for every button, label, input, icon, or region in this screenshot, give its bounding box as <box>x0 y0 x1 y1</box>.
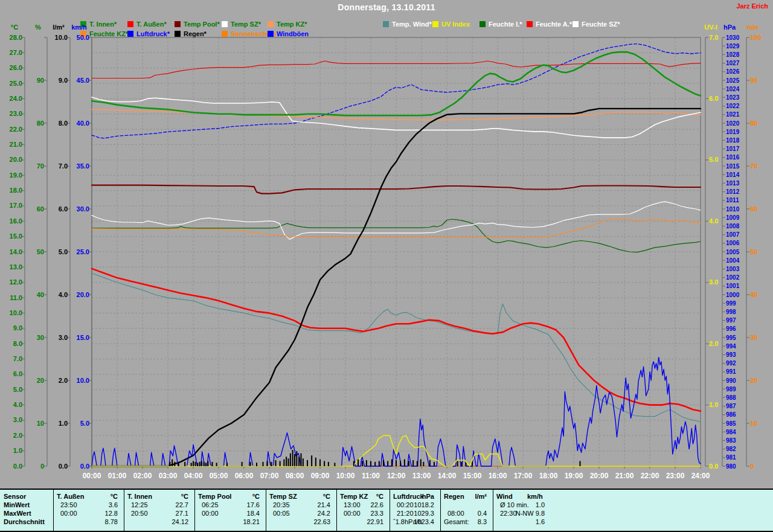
svg-text:7.0: 7.0 <box>709 34 718 41</box>
svg-text:3.0: 3.0 <box>13 416 22 423</box>
svg-text:01:00: 01:00 <box>108 472 127 480</box>
grid-lines <box>92 37 701 466</box>
svg-text:10.0: 10.0 <box>55 34 68 41</box>
cell-min-value-wind: 1.0 <box>493 501 545 508</box>
svg-text:1017: 1017 <box>726 146 740 152</box>
svg-text:14.0: 14.0 <box>10 248 22 255</box>
svg-text:1006: 1006 <box>726 240 740 246</box>
svg-text:10:00: 10:00 <box>336 472 355 480</box>
svg-text:1020: 1020 <box>726 120 740 127</box>
svg-text:80: 80 <box>37 120 44 127</box>
svg-text:990: 990 <box>726 377 736 384</box>
cell-max-value-temp-kz: 23.3 <box>336 510 383 517</box>
svg-text:15.0: 15.0 <box>77 334 89 341</box>
svg-text:17:00: 17:00 <box>514 472 533 480</box>
svg-text:1.0: 1.0 <box>59 420 68 427</box>
table-row-label-durchschnitt: Durchschnitt <box>4 518 45 525</box>
svg-text:20:00: 20:00 <box>590 472 609 480</box>
svg-text:10.0: 10.0 <box>10 309 22 316</box>
cell-max-value-t-innen: 27.1 <box>124 510 188 517</box>
svg-text:985: 985 <box>726 420 736 427</box>
axis-uv-i: 0.01.02.03.04.05.06.07.0 <box>705 34 718 470</box>
svg-text:10: 10 <box>750 420 757 427</box>
svg-text:0.0: 0.0 <box>59 463 68 470</box>
svg-text:26.0: 26.0 <box>10 64 22 71</box>
svg-text:0.0: 0.0 <box>80 463 89 470</box>
svg-text:1016: 1016 <box>726 154 740 161</box>
cell-max-value-t-au-en: 12.8 <box>53 510 118 517</box>
svg-text:21:00: 21:00 <box>615 472 634 480</box>
svg-text:1001: 1001 <box>726 283 740 289</box>
axis-km-h: 0.05.010.015.020.025.030.035.040.045.050… <box>77 34 92 470</box>
svg-text:1030: 1030 <box>726 34 740 41</box>
svg-text:1007: 1007 <box>726 231 740 238</box>
table-row-label-minwert: MinWert <box>4 501 30 508</box>
svg-text:1008: 1008 <box>726 223 740 229</box>
svg-text:2.0: 2.0 <box>59 377 68 384</box>
svg-text:4.0: 4.0 <box>59 291 68 298</box>
svg-text:10.0: 10.0 <box>77 377 89 384</box>
cell-avg-value-temp-sz: 22.63 <box>266 518 330 525</box>
axis-: 0102030405060708090 <box>37 37 47 470</box>
cell-max-value-temp-pool: 18.4 <box>194 510 260 517</box>
svg-text:0.0: 0.0 <box>13 463 22 470</box>
svg-text:997: 997 <box>726 317 736 324</box>
svg-text:50: 50 <box>750 248 757 255</box>
axis-l-m: 0.01.02.03.04.05.06.07.08.09.010.0 <box>55 34 70 470</box>
svg-text:15.0: 15.0 <box>10 232 22 240</box>
svg-text:992: 992 <box>726 360 736 367</box>
svg-text:17.0: 17.0 <box>10 202 22 209</box>
svg-text:08:00: 08:00 <box>286 472 304 480</box>
series-feuchte-a <box>92 61 701 79</box>
svg-text:993: 993 <box>726 351 736 358</box>
svg-text:30.0: 30.0 <box>77 205 89 213</box>
svg-text:7.0: 7.0 <box>59 162 68 170</box>
weather-chart: 0.01.02.03.04.05.06.07.08.09.010.011.012… <box>0 0 773 487</box>
svg-text:16:00: 16:00 <box>489 472 507 480</box>
svg-text:6.0: 6.0 <box>59 205 68 213</box>
cell-avg-value-wind: 1.6 <box>493 518 545 525</box>
svg-text:12:00: 12:00 <box>387 472 406 480</box>
svg-text:983: 983 <box>726 437 736 444</box>
svg-text:1028: 1028 <box>726 51 740 58</box>
svg-text:13:00: 13:00 <box>412 472 431 480</box>
svg-text:1024: 1024 <box>726 86 740 92</box>
svg-text:09:00: 09:00 <box>311 472 330 480</box>
svg-text:40: 40 <box>37 291 44 298</box>
cell-max-value-temp-sz: 24.2 <box>266 510 330 517</box>
svg-text:25.0: 25.0 <box>10 80 22 87</box>
svg-text:986: 986 <box>726 411 736 418</box>
svg-text:1013: 1013 <box>726 180 740 187</box>
svg-text:1014: 1014 <box>726 171 740 178</box>
cell-avg-value-t-innen: 24.12 <box>124 518 188 525</box>
cell-avg-value-luftdruck: 1023.4 <box>390 518 434 525</box>
svg-text:24:00: 24:00 <box>691 472 710 480</box>
table-row-label-maxwert: MaxWert <box>4 510 31 517</box>
svg-text:50: 50 <box>37 248 44 255</box>
svg-text:1029: 1029 <box>726 43 740 50</box>
svg-text:994: 994 <box>726 343 736 350</box>
svg-text:6.0: 6.0 <box>13 370 22 377</box>
svg-text:90: 90 <box>750 77 757 84</box>
svg-text:60: 60 <box>37 205 44 213</box>
svg-text:70: 70 <box>37 162 44 170</box>
svg-text:8.0: 8.0 <box>59 120 68 127</box>
svg-text:11.0: 11.0 <box>10 294 22 301</box>
svg-text:28.0: 28.0 <box>10 34 22 41</box>
cell-max-value-wind: N-NW 9.8 <box>493 510 545 517</box>
svg-text:0: 0 <box>40 463 44 470</box>
svg-text:9.0: 9.0 <box>13 324 22 332</box>
svg-text:100: 100 <box>750 34 761 41</box>
svg-text:1004: 1004 <box>726 257 740 264</box>
svg-text:1.0: 1.0 <box>13 447 22 454</box>
svg-text:1019: 1019 <box>726 129 740 135</box>
svg-text:05:00: 05:00 <box>210 472 228 480</box>
svg-text:989: 989 <box>726 386 736 393</box>
svg-text:20: 20 <box>37 377 44 384</box>
svg-text:2.0: 2.0 <box>709 340 718 347</box>
svg-text:1010: 1010 <box>726 206 740 213</box>
svg-text:16.0: 16.0 <box>10 217 22 225</box>
svg-text:00:00: 00:00 <box>83 472 101 480</box>
svg-text:24.0: 24.0 <box>10 95 22 102</box>
series-luftdruck <box>92 44 701 138</box>
